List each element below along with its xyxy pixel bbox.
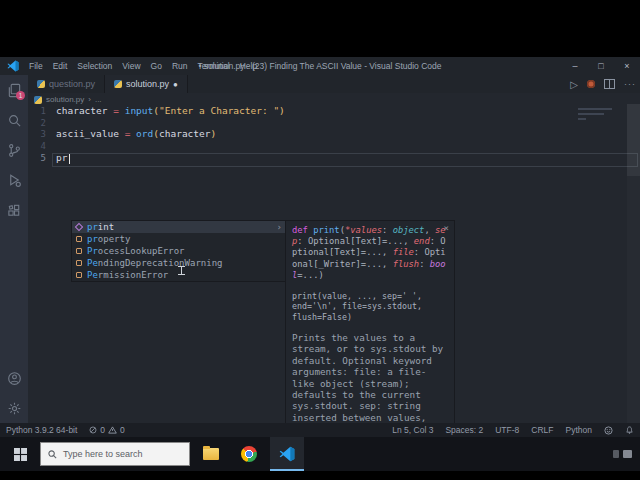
line-number: 2 (28, 117, 46, 129)
account-icon[interactable] (0, 363, 28, 393)
editor-scrollbar[interactable] (627, 104, 640, 423)
file-explorer-icon[interactable] (194, 437, 228, 471)
tab-question.py[interactable]: question.py (28, 75, 105, 93)
close-icon[interactable]: × (444, 223, 449, 233)
vscode-window: FileEditSelectionViewGoRunTerminalHelp •… (0, 57, 640, 437)
activity-bar: 1 (0, 75, 28, 423)
code-token: ) (279, 105, 285, 116)
minimap-line (578, 118, 586, 120)
suggest-item-print[interactable]: print› (72, 221, 286, 233)
suggest-item-property[interactable]: property (72, 233, 286, 245)
mouse-ibeam-cursor (178, 266, 185, 276)
suggest-label: ProcessLookupError (87, 246, 185, 256)
feedback-icon[interactable] (598, 426, 619, 435)
signature-token: flush (393, 259, 419, 269)
chrome-icon[interactable] (232, 437, 266, 471)
code-line-5[interactable]: 5pr (28, 152, 640, 164)
breadcrumb-file[interactable]: solution.py (46, 95, 84, 104)
status-right-group: Ln 5, Col 3Spaces: 2UTF-8CRLFPython (386, 425, 640, 435)
signature-token: : (382, 225, 393, 235)
matched-text: pr (87, 234, 98, 244)
code-line-3[interactable]: 3ascii_value = ord(character) (28, 128, 640, 140)
signature-token: =...) (297, 270, 323, 280)
class-icon (75, 235, 83, 243)
tab-label: solution.py (126, 79, 169, 89)
menu-terminal[interactable]: Terminal (193, 61, 235, 71)
chevron-right-icon: › (88, 95, 91, 104)
code-line-4[interactable]: 4 (28, 140, 640, 152)
line-number: 4 (28, 140, 46, 152)
interpreter-status[interactable]: Python 3.9.2 64-bit (0, 425, 83, 435)
vscode-logo-icon (6, 60, 20, 72)
search-icon (48, 450, 57, 459)
status-spaces-2[interactable]: Spaces: 2 (439, 425, 489, 435)
source-control-icon[interactable] (0, 135, 28, 165)
menu-file[interactable]: File (24, 61, 48, 71)
signature-token: : (419, 259, 430, 269)
class-icon (75, 259, 83, 267)
bug-icon[interactable] (587, 80, 595, 88)
status-python[interactable]: Python (560, 425, 598, 435)
python-file-icon (37, 80, 45, 88)
tray-icon[interactable] (623, 450, 632, 458)
code-editor[interactable]: 1character = input("Enter a Character: "… (28, 104, 640, 423)
suggest-item-ProcessLookupError[interactable]: ProcessLookupError (72, 245, 286, 257)
code-token: input (125, 105, 154, 116)
menu-go[interactable]: Go (146, 61, 167, 71)
python-file-icon (114, 80, 122, 88)
taskbar-search-input[interactable]: Type here to search (40, 442, 190, 466)
status-utf-8[interactable]: UTF-8 (489, 425, 525, 435)
code-line-2[interactable]: 2 (28, 117, 640, 129)
suggest-label: property (87, 234, 130, 244)
code-token: = (113, 105, 124, 116)
run-button[interactable]: ▷ (570, 79, 578, 90)
more-actions-button[interactable]: ··· (624, 79, 636, 89)
status-ln-5-col-3[interactable]: Ln 5, Col 3 (386, 425, 439, 435)
tab-bar: question.pysolution.py● (28, 75, 640, 93)
minimize-button[interactable]: – (562, 61, 588, 71)
menu-edit[interactable]: Edit (48, 61, 73, 71)
split-editor-icon[interactable] (604, 79, 615, 89)
matched-text: Pe (87, 258, 98, 268)
error-count: 0 (100, 425, 105, 435)
extensions-icon[interactable] (0, 195, 28, 225)
settings-icon[interactable] (0, 393, 28, 423)
search-placeholder: Type here to search (63, 449, 143, 459)
menu-view[interactable]: View (117, 61, 145, 71)
code-token: ascii_value (56, 128, 125, 139)
menu-run[interactable]: Run (167, 61, 193, 71)
tray-icon[interactable] (613, 450, 619, 458)
windows-taskbar: Type here to search (0, 437, 640, 471)
problems-status[interactable]: 0 0 (83, 425, 130, 435)
code-token: ) (210, 128, 216, 139)
breadcrumb-rest[interactable]: ... (95, 95, 102, 104)
warning-icon (108, 426, 117, 434)
scrollbar-thumb[interactable] (627, 104, 640, 176)
system-tray[interactable] (613, 450, 640, 458)
menu-help[interactable]: Help (235, 61, 262, 71)
bell-icon[interactable] (619, 426, 640, 435)
signature-token: file (393, 247, 414, 257)
status-crlf[interactable]: CRLF (525, 425, 559, 435)
chevron-right-icon[interactable]: › (277, 222, 282, 232)
vscode-taskbar-icon[interactable] (270, 437, 304, 471)
signature-token: print (313, 225, 339, 235)
matched-text: Pr (87, 246, 98, 256)
signature-token: , (424, 225, 435, 235)
close-button[interactable]: × (614, 61, 640, 71)
menu-bar: FileEditSelectionViewGoRunTerminalHelp (24, 61, 262, 71)
search-icon[interactable] (0, 105, 28, 135)
code-token: pr (56, 152, 67, 163)
window-controls: – □ × (562, 57, 640, 75)
files-icon[interactable]: 1 (0, 75, 28, 105)
tab-label: question.py (49, 79, 95, 89)
code-line-1[interactable]: 1character = input("Enter a Character: "… (28, 105, 640, 117)
run-debug-icon[interactable] (0, 165, 28, 195)
maximize-button[interactable]: □ (588, 61, 614, 71)
menu-selection[interactable]: Selection (72, 61, 117, 71)
warning-count: 0 (120, 425, 125, 435)
class-icon (75, 247, 83, 255)
start-button[interactable] (0, 437, 40, 471)
tab-solution.py[interactable]: solution.py● (105, 75, 188, 93)
signature-token: *values (345, 225, 382, 235)
